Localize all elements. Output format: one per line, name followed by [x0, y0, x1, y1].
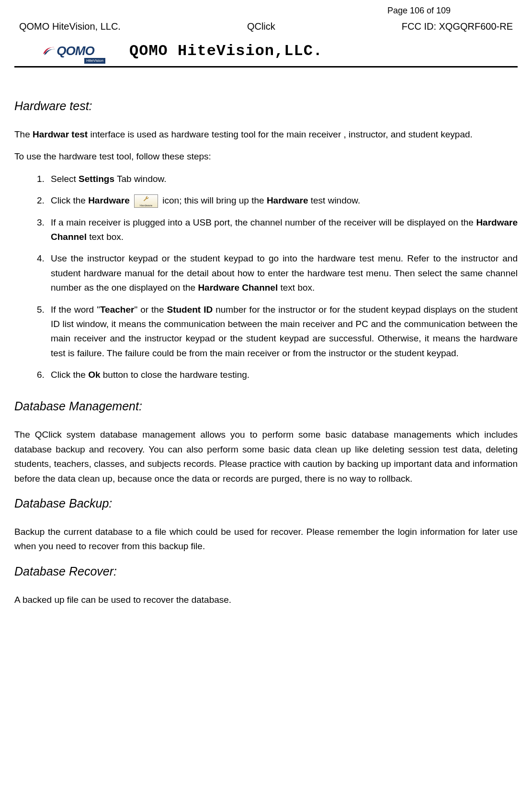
company-title: QOMO HiteVision,LLC. — [129, 39, 323, 63]
hardware-test-intro: The Hardwar test interface is used as ha… — [14, 127, 518, 142]
text-bold: Hardware — [267, 195, 308, 205]
text-fragment: The — [14, 129, 33, 139]
text-fragment: If a main receiver is plugged into a USB… — [51, 217, 476, 227]
page-number: Page 106 of 109 — [14, 4, 518, 18]
text-fragment: Tab window. — [114, 174, 166, 184]
text-bold: Ok — [88, 370, 100, 380]
database-management-body: The QClick system database management al… — [14, 428, 518, 486]
text-fragment: button to close the hardware testing. — [101, 370, 250, 380]
database-recover-body: A backed up file can be used to recover … — [14, 593, 518, 607]
header-info-row: QOMO HiteVision, LLC. QClick FCC ID: XQG… — [14, 19, 518, 34]
text-fragment: Select — [51, 174, 79, 184]
text-bold: Hardware — [88, 195, 130, 205]
list-item: Click the Ok button to close the hardwar… — [47, 368, 518, 382]
swoosh-icon — [42, 44, 57, 58]
hardware-test-heading: Hardware test: — [14, 96, 518, 115]
logo-row: QOMO HiteVision QOMO HiteVision,LLC. — [14, 39, 518, 63]
text-bold: Hardware Channel — [198, 282, 278, 293]
header-company: QOMO HiteVision, LLC. — [19, 19, 121, 34]
database-backup-body: Backup the current database to a file wh… — [14, 525, 518, 554]
list-item: Use the instructor keypad or the student… — [47, 251, 518, 295]
text-bold: Teacher — [100, 305, 134, 315]
hardware-icon-label: Hardware — [135, 204, 158, 207]
text-fragment: text box. — [87, 232, 124, 242]
list-item: If a main receiver is plugged into a USB… — [47, 215, 518, 245]
text-fragment: test window. — [308, 195, 360, 205]
qomo-logo: QOMO HiteVision — [29, 39, 108, 63]
database-backup-heading: Database Backup: — [14, 494, 518, 513]
steps-lead: To use the hardware test tool, follow th… — [14, 149, 518, 164]
list-item: If the word "Teacher" or the Student ID … — [47, 303, 518, 361]
text-fragment: icon; this will bring up the — [162, 195, 267, 205]
text-bold: Settings — [79, 174, 114, 184]
list-item: Click the Hardware Hardware icon; this w… — [47, 193, 518, 208]
text-fragment: " or the — [134, 305, 167, 315]
wrench-icon — [143, 195, 149, 202]
database-recover-heading: Database Recover: — [14, 562, 518, 581]
text-bold: Hardwar test — [33, 129, 88, 139]
header-fcc-id: FCC ID: XQGQRF600-RE — [402, 19, 513, 34]
logo-subtext: HiteVision — [84, 58, 105, 64]
text-fragment: Click the — [51, 195, 88, 205]
steps-list: Select Settings Tab window. Click the Ha… — [14, 172, 518, 383]
text-bold: Student ID — [167, 305, 213, 315]
header-divider — [14, 66, 518, 68]
database-management-heading: Database Management: — [14, 396, 518, 416]
list-item: Select Settings Tab window. — [47, 172, 518, 186]
hardware-icon: Hardware — [134, 194, 158, 208]
text-fragment: interface is used as hardware testing to… — [88, 129, 473, 139]
text-fragment: Click the — [51, 370, 88, 380]
text-fragment: text box. — [278, 282, 315, 293]
header-product: QClick — [247, 19, 275, 34]
text-fragment: If the word " — [51, 305, 100, 315]
